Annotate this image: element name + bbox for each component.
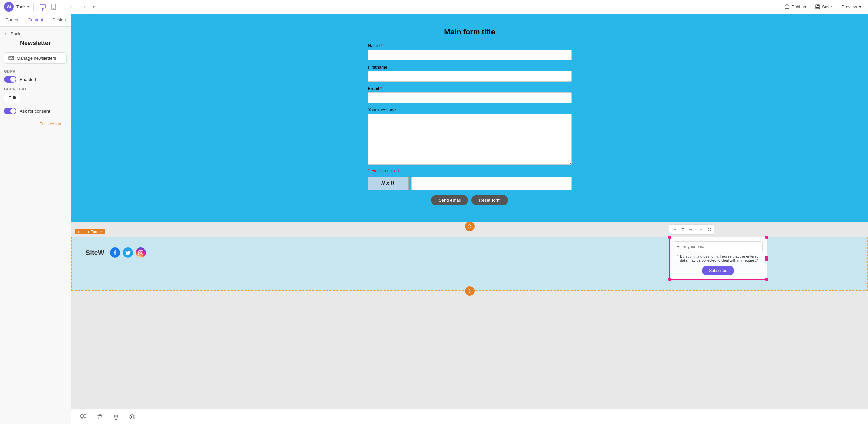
svg-rect-1: [42, 8, 44, 9]
widget-rotate-btn[interactable]: ↺: [707, 226, 712, 233]
tab-pages[interactable]: Pages: [0, 14, 24, 26]
svg-point-3: [53, 8, 54, 9]
logo[interactable]: W: [4, 2, 14, 12]
svg-rect-0: [40, 4, 45, 8]
email-label: Email *: [368, 86, 572, 91]
form-section: Main form title Name * Firstname Email *…: [71, 14, 868, 222]
separator-2: [63, 3, 63, 11]
svg-rect-11: [81, 415, 83, 417]
manage-newsletters-button[interactable]: Manage newsletters: [4, 52, 67, 64]
gdpr-section-label: GDPR: [4, 69, 67, 73]
widget-align-left-btn[interactable]: ←: [671, 226, 679, 233]
footer-resize-row: ⇕: [71, 222, 868, 226]
captcha-image: NxH: [368, 177, 409, 190]
footer-tag-plus2-icon: +: [81, 229, 83, 234]
svg-rect-5: [817, 5, 819, 6]
message-textarea[interactable]: [368, 114, 572, 165]
resize-handle-bl[interactable]: [668, 278, 671, 281]
preview-button[interactable]: Preview ▾: [839, 3, 864, 11]
name-required-star: *: [381, 43, 383, 48]
widget-toolbar: ← = → ··· ↺: [669, 224, 714, 235]
captcha-input[interactable]: [411, 177, 572, 190]
visibility-btn[interactable]: [127, 411, 138, 422]
widget-more-btn[interactable]: ···: [697, 226, 704, 233]
svg-rect-6: [816, 7, 819, 8]
redo-btn[interactable]: ↪: [78, 2, 88, 12]
topbar-right: Publish Save Preview ▾: [782, 3, 864, 11]
back-arrow-icon: ←: [4, 31, 9, 36]
social-icons: [110, 247, 146, 258]
save-button[interactable]: Save: [813, 3, 835, 11]
send-email-button[interactable]: Send email: [431, 195, 468, 205]
svg-rect-12: [84, 415, 86, 417]
newsletter-email-input[interactable]: [674, 241, 763, 252]
facebook-icon[interactable]: [110, 247, 120, 258]
form-title: Main form title: [444, 27, 495, 36]
desktop-device-btn[interactable]: [38, 2, 48, 12]
sidebar-content: ← Back Newsletter Manage newsletters GDP…: [0, 27, 71, 130]
twitter-icon[interactable]: [123, 247, 133, 258]
resize-handle-br[interactable]: [765, 278, 768, 281]
gdpr-enabled-toggle[interactable]: [4, 76, 16, 83]
footer-resize-handle[interactable]: ⇕: [465, 222, 475, 231]
required-note: *: Fields required.: [368, 168, 572, 173]
resize-handle-tr[interactable]: [765, 236, 768, 239]
resize-handle-tl[interactable]: [668, 236, 671, 239]
consent-text: By submitting this form, I agree that th…: [680, 254, 763, 262]
reset-form-button[interactable]: Reset form: [471, 195, 508, 205]
footer-bottom-resize-row: ⇕: [71, 291, 868, 295]
tab-design[interactable]: Design: [47, 14, 71, 26]
resize-handle-rm[interactable]: [765, 256, 768, 261]
publish-button[interactable]: Publish: [782, 3, 809, 11]
sidebar: Pages Content Design ← Back Newsletter M…: [0, 14, 71, 424]
ask-consent-toggle[interactable]: [4, 108, 16, 114]
firstname-input[interactable]: [368, 71, 572, 82]
tab-content[interactable]: Content: [24, 14, 47, 26]
main-layout: Pages Content Design ← Back Newsletter M…: [0, 14, 868, 424]
name-input[interactable]: [368, 50, 572, 60]
footer-tag: + + ++ Footer: [75, 229, 105, 234]
svg-rect-8: [138, 250, 143, 255]
separator: [33, 3, 34, 11]
preview-chevron-icon: ▾: [859, 4, 861, 10]
back-button[interactable]: ← Back: [4, 31, 67, 36]
svg-rect-7: [9, 56, 14, 60]
form-container: Name * Firstname Email * Your message *:…: [368, 43, 572, 205]
svg-point-14: [130, 415, 135, 419]
email-required-star: *: [380, 86, 382, 91]
sidebar-tabs: Pages Content Design: [0, 14, 71, 27]
instagram-icon[interactable]: [136, 247, 146, 258]
add-section-btn[interactable]: [78, 411, 89, 422]
firstname-label: Firstname: [368, 64, 572, 70]
bottom-toolbar: [71, 409, 868, 424]
delete-section-btn[interactable]: [94, 411, 105, 422]
gdpr-enabled-row: Enabled: [4, 76, 67, 83]
widget-align-right-btn[interactable]: →: [687, 226, 694, 233]
widget-align-center-btn[interactable]: =: [680, 226, 686, 233]
canvas[interactable]: Main form title Name * Firstname Email *…: [71, 14, 868, 424]
footer-section[interactable]: SiteW ← = →: [71, 237, 868, 291]
newsletter-title: Newsletter: [4, 40, 67, 47]
newsletter-widget[interactable]: ← = → ··· ↺ By submitting this form, I a…: [669, 237, 767, 280]
svg-point-15: [131, 416, 133, 418]
tools-chevron-icon: ▾: [27, 5, 29, 9]
top-bar: W Tools ▾ ↩ ↪ ▾ Publish Save Preview ▾: [0, 0, 868, 14]
svg-point-9: [140, 252, 142, 254]
subscribe-button[interactable]: Subscribe: [702, 266, 734, 275]
edit-gdpr-text-button[interactable]: Edit: [4, 93, 20, 103]
edit-design-link[interactable]: Edit design →: [4, 121, 67, 126]
message-label: Your message: [368, 107, 572, 112]
layers-btn[interactable]: [111, 411, 121, 422]
consent-checkbox[interactable]: [674, 255, 678, 259]
footer-bottom-handle[interactable]: ⇕: [465, 286, 475, 296]
history-more-btn[interactable]: ▾: [89, 2, 98, 12]
device-switcher: [38, 2, 59, 12]
tools-menu[interactable]: Tools ▾: [16, 4, 29, 10]
undo-btn[interactable]: ↩: [67, 2, 77, 12]
email-input[interactable]: [368, 92, 572, 103]
svg-rect-13: [81, 418, 83, 419]
mobile-device-btn[interactable]: [49, 2, 59, 12]
footer-tag-plus-icon: +: [77, 229, 79, 234]
svg-point-10: [142, 251, 142, 252]
gdpr-text-section-label: GDPR Text: [4, 87, 67, 91]
